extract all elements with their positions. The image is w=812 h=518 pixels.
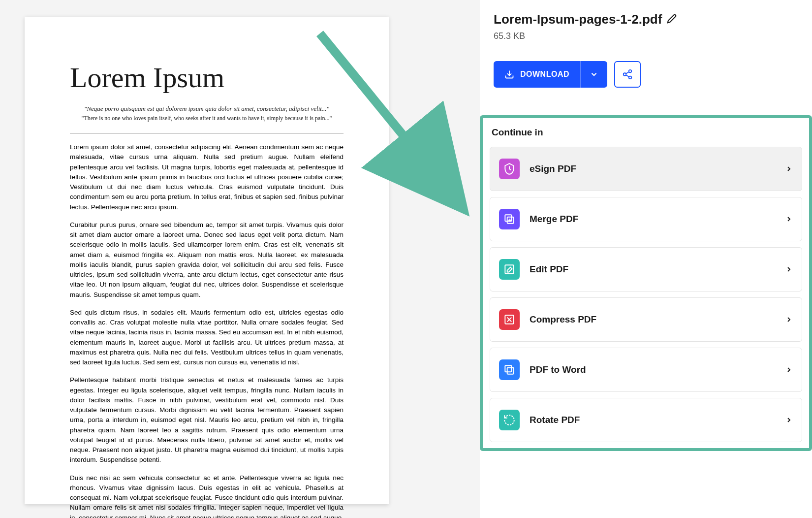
para-1: Lorem ipsum dolor sit amet, consectetur … — [70, 142, 344, 212]
rotate-icon — [499, 410, 520, 430]
para-4: Pellentesque habitant morbi tristique se… — [70, 375, 344, 465]
esign-icon — [499, 159, 520, 179]
share-icon — [622, 69, 633, 80]
svg-point-5 — [629, 76, 632, 79]
chevron-down-icon — [590, 70, 598, 79]
edit-pdf-icon — [499, 259, 520, 280]
pdf-to-word-icon — [499, 359, 520, 380]
tool-label: Rotate PDF — [530, 415, 775, 425]
svg-line-7 — [626, 72, 629, 74]
document-quote: "Neque porro quisquam est qui dolorem ip… — [70, 105, 344, 113]
svg-point-3 — [629, 70, 632, 73]
document-title: Lorem Ipsum — [70, 61, 344, 94]
chevron-right-icon — [785, 165, 793, 173]
svg-rect-15 — [507, 368, 514, 374]
compress-icon — [499, 309, 520, 330]
tool-edit-pdf[interactable]: Edit PDF — [490, 247, 802, 291]
chevron-right-icon — [785, 316, 793, 324]
tool-label: Merge PDF — [530, 214, 775, 225]
chevron-right-icon — [785, 366, 793, 374]
svg-point-4 — [624, 73, 626, 76]
tool-label: Compress PDF — [530, 314, 775, 325]
sidebar: Lorem-Ipsum-pages-1-2.pdf 65.3 KB DOWNLO… — [480, 0, 812, 518]
tool-compress-pdf[interactable]: Compress PDF — [490, 297, 802, 342]
continue-panel: Continue in eSign PDF — [480, 115, 812, 451]
para-5: Duis nec nisi ac sem vehicula consectetu… — [70, 473, 344, 518]
tool-merge-pdf[interactable]: Merge PDF — [490, 197, 802, 241]
tool-label: eSign PDF — [530, 163, 775, 174]
tool-pdf-to-word[interactable]: PDF to Word — [490, 348, 802, 392]
tool-rotate-pdf[interactable]: Rotate PDF — [490, 398, 802, 442]
svg-rect-12 — [505, 265, 513, 273]
download-label: DOWNLOAD — [520, 70, 569, 79]
svg-rect-14 — [505, 365, 511, 372]
share-button[interactable] — [614, 61, 641, 88]
edit-filename-icon[interactable] — [667, 14, 677, 26]
chevron-right-icon — [785, 265, 793, 273]
download-button[interactable]: DOWNLOAD — [494, 61, 607, 88]
chevron-right-icon — [785, 215, 793, 223]
file-name: Lorem-Ipsum-pages-1-2.pdf — [494, 12, 662, 27]
para-3: Sed quis dictum risus, in sodales elit. … — [70, 308, 344, 368]
download-icon — [504, 69, 514, 79]
para-2: Curabitur purus purus, ornare sed bibend… — [70, 220, 344, 300]
merge-icon — [499, 209, 520, 229]
svg-line-6 — [626, 75, 629, 77]
tool-label: Edit PDF — [530, 264, 775, 275]
download-dropdown-toggle[interactable] — [581, 61, 607, 88]
document-page: Lorem Ipsum "Neque porro quisquam est qu… — [25, 17, 389, 504]
chevron-right-icon — [785, 416, 793, 424]
tool-esign-pdf[interactable]: eSign PDF — [490, 147, 802, 191]
file-size: 65.3 KB — [494, 31, 812, 41]
divider — [70, 133, 344, 133]
document-subquote: "There is no one who loves pain itself, … — [70, 115, 344, 122]
tool-label: PDF to Word — [530, 364, 775, 375]
continue-title: Continue in — [492, 127, 802, 138]
document-preview-area: Lorem Ipsum "Neque porro quisquam est qu… — [0, 0, 480, 518]
